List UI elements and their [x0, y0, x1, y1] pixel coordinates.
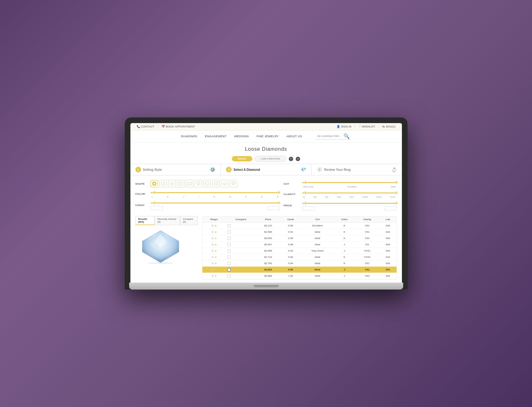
- shape-pear[interactable]: [195, 180, 202, 187]
- cell-color-0: K: [334, 223, 355, 229]
- shape-heart[interactable]: [230, 180, 237, 187]
- step-2[interactable]: 2 Select A Diamond 💎: [221, 164, 311, 175]
- table-row[interactable]: ⚙ ● $2,760 0.94 Ideal K VS1 GIA: [202, 260, 397, 267]
- carat-slider[interactable]: [151, 200, 280, 205]
- row-settings-icon-5[interactable]: ⚙: [211, 255, 214, 259]
- step-1[interactable]: 1 Setting Style ⚙️: [130, 164, 221, 175]
- compare-cb-0[interactable]: [228, 224, 231, 227]
- search-icon[interactable]: 🔍: [343, 133, 350, 139]
- color-thumb-left[interactable]: [153, 191, 156, 194]
- table-row[interactable]: ⚙ ● $2,719 0.90 Ideal K VVS2 GIA: [202, 254, 397, 260]
- nav: DIAMONDS ENGAGEMENT WEDDING FINE JEWELRY…: [130, 130, 402, 143]
- info-button[interactable]: ?: [289, 157, 293, 161]
- compare-cb-1[interactable]: [228, 231, 231, 234]
- wishlist-link[interactable]: ♡ WISHLIST: [359, 125, 376, 128]
- contact-link[interactable]: 📞 CONTACT: [137, 125, 155, 128]
- color-slider[interactable]: [151, 190, 280, 195]
- cut-slider[interactable]: [302, 180, 397, 185]
- mined-toggle[interactable]: MINED: [232, 156, 252, 161]
- price-track: [302, 203, 397, 204]
- bag-icon: 🛍: [382, 125, 385, 128]
- cell-compare-7: [226, 267, 256, 273]
- table-row[interactable]: ⚙ ● $2,824 0.90 Ideal J VS1 GIA: [202, 267, 397, 273]
- row-star-icon-0[interactable]: ●: [215, 224, 217, 227]
- table-row[interactable]: ⚙ ● $2,600 0.90 Ideal K VS1 GIA: [202, 235, 397, 241]
- nav-engagement[interactable]: ENGAGEMENT: [205, 135, 227, 138]
- compare-cb-4[interactable]: [228, 249, 231, 252]
- cut-thumb-right[interactable]: [395, 181, 398, 184]
- book-appointment-link[interactable]: 📅 BOOK APPOINTMENT: [162, 125, 195, 128]
- row-settings-icon-3[interactable]: ⚙: [211, 243, 214, 246]
- row-settings-icon-2[interactable]: ⚙: [211, 236, 214, 240]
- nav-fine-jewelry[interactable]: FINE JEWELRY: [256, 135, 279, 138]
- row-settings-icon-1[interactable]: ⚙: [211, 230, 214, 234]
- table-row[interactable]: ⚙ ● $2,132 0.90 Excellent K VS1 GIA: [202, 223, 397, 229]
- table-row[interactable]: ⚙ ● $2,696 0.92 Very Good J VVS1 GIA: [202, 248, 397, 254]
- results-tab-results[interactable]: Results (823): [135, 216, 155, 225]
- nav-about-us[interactable]: ABOUT US: [287, 135, 302, 138]
- clarity-thumb-left[interactable]: [304, 191, 307, 194]
- carat-thumb-left[interactable]: [153, 201, 156, 204]
- cell-compare-0: [226, 223, 256, 229]
- compare-cb-3[interactable]: [228, 243, 231, 246]
- cut-labels: Very Good Excellent Ideal: [302, 186, 397, 188]
- results-tab-compare[interactable]: Compare (0): [180, 216, 198, 225]
- shape-round[interactable]: [151, 180, 158, 187]
- cell-price-4: $2,696: [256, 248, 280, 254]
- clarity-thumb-right[interactable]: [395, 191, 398, 194]
- cell-color-2: K: [334, 235, 355, 241]
- sign-in-link[interactable]: 👤 SIGN IN: [337, 125, 352, 128]
- price-min-input[interactable]: $1,390: [302, 206, 315, 210]
- row-settings-icon-7[interactable]: ⚙: [211, 268, 214, 271]
- shape-emerald[interactable]: [186, 180, 193, 187]
- row-settings-icon-6[interactable]: ⚙: [211, 262, 214, 265]
- shape-oval[interactable]: [168, 180, 176, 187]
- search-input[interactable]: [317, 135, 342, 138]
- table-row[interactable]: ⚙ ● $2,586 0.91 Ideal K VS1 GIA: [202, 229, 397, 235]
- shape-marquise[interactable]: [221, 180, 228, 187]
- shape-cushion[interactable]: [159, 180, 167, 187]
- row-settings-icon-4[interactable]: ⚙: [211, 249, 214, 252]
- color-thumb-right[interactable]: [277, 191, 280, 194]
- row-star-icon-3[interactable]: ●: [215, 243, 217, 246]
- cell-cut-8: Ideal: [301, 273, 333, 279]
- lab-created-toggle[interactable]: LAB CREATED: [255, 156, 286, 162]
- compare-cb-2[interactable]: [228, 237, 231, 240]
- row-star-icon-4[interactable]: ●: [215, 249, 217, 252]
- row-settings-icon-0[interactable]: ⚙: [211, 224, 214, 227]
- row-star-icon-2[interactable]: ●: [215, 236, 217, 240]
- shape-princess[interactable]: [177, 180, 184, 187]
- price-slider[interactable]: [302, 201, 397, 206]
- main-content: SHAPE: [130, 177, 402, 216]
- row-star-icon-7[interactable]: ●: [215, 268, 217, 271]
- shape-asscher[interactable]: [212, 180, 220, 187]
- step-3[interactable]: 3 Review Your Ring 💍: [312, 164, 402, 175]
- bag-link[interactable]: 🛍 BAG(1): [382, 125, 395, 128]
- row-star-icon-8[interactable]: ●: [215, 274, 217, 278]
- compare-cb-7[interactable]: [228, 268, 231, 271]
- compare-cb-5[interactable]: [228, 256, 231, 259]
- clarity-slider[interactable]: [302, 190, 397, 195]
- th-clarity: Clarity: [355, 216, 379, 223]
- nav-diamonds[interactable]: DIAMONDS: [181, 135, 198, 138]
- table-row[interactable]: ⚙ ● $2,888 1.00 Ideal J VS2 GIA: [202, 273, 397, 279]
- cut-thumb-left[interactable]: [304, 181, 307, 184]
- table-row[interactable]: ⚙ ● $2,667 0.96 Ideal J SI1 GIA: [202, 241, 397, 248]
- price-thumb-left[interactable]: [304, 202, 307, 205]
- price-max-input[interactable]: $49,606: [384, 206, 397, 210]
- row-star-icon-1[interactable]: ●: [215, 230, 217, 234]
- compare-cb-6[interactable]: [228, 262, 231, 265]
- row-star-icon-6[interactable]: ●: [215, 262, 217, 265]
- th-cut: Cut: [301, 216, 333, 223]
- carat-thumb-right[interactable]: [277, 201, 280, 204]
- nav-wedding[interactable]: WEDDING: [234, 135, 249, 138]
- shape-radiant[interactable]: [203, 180, 211, 187]
- nav-search[interactable]: 🔍: [316, 133, 351, 140]
- carat-min-input[interactable]: 0.90: [151, 206, 163, 210]
- compare-cb-8[interactable]: [228, 274, 231, 278]
- carat-max-input[interactable]: 6.00: [267, 206, 280, 210]
- results-tab-recently-viewed[interactable]: Recently Viewed (0): [155, 216, 180, 225]
- row-star-icon-5[interactable]: ●: [215, 255, 217, 259]
- price-thumb-right[interactable]: [395, 202, 398, 205]
- row-settings-icon-8[interactable]: ⚙: [211, 274, 214, 278]
